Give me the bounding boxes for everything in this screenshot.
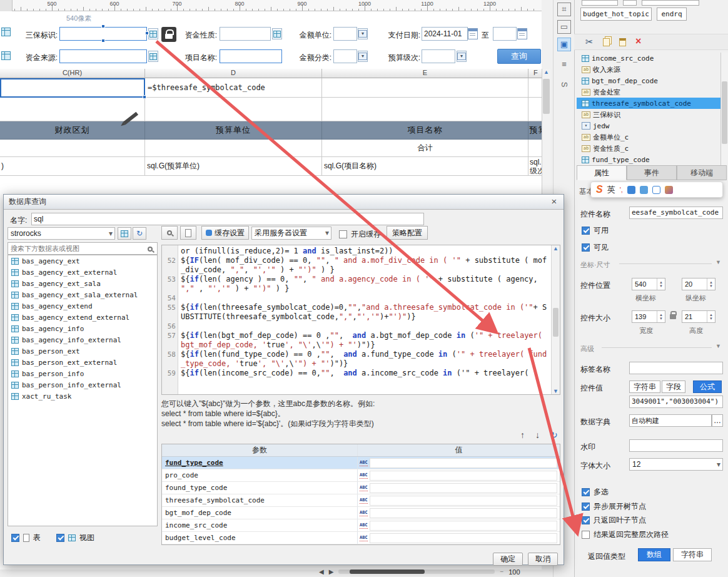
ime-toolbar[interactable]: S 英 ', [590, 181, 723, 198]
column-header[interactable]: E [322, 69, 528, 78]
delete-icon[interactable]: × [635, 36, 641, 47]
enable-cache-checkbox-row[interactable]: 开启缓存 [339, 229, 381, 240]
data-dict-input[interactable]: 自动构建 [629, 414, 712, 427]
param-value-cell[interactable]: ABC [358, 457, 560, 469]
grid-panel-icon[interactable] [652, 186, 660, 194]
ok-button[interactable]: 确定 [493, 553, 523, 566]
close-icon[interactable]: × [549, 196, 560, 207]
sql-line[interactable]: 57${if(len(bgt_mof_dep_code) == 0 ,"", a… [178, 331, 551, 350]
keyboard-icon[interactable] [640, 186, 648, 194]
height-spinner[interactable]: 21▲▼ [682, 310, 715, 323]
sql-line[interactable]: 55${if(len(threesafe_symbolcat_code)=0,"… [178, 303, 551, 322]
checkbox-checked-icon[interactable] [582, 488, 590, 496]
widget-value-input[interactable]: 3049001","003003004") [629, 396, 723, 408]
cell[interactable] [0, 98, 145, 121]
cut-icon[interactable]: ✂ [585, 36, 594, 48]
param-value-input[interactable] [370, 483, 557, 493]
query-button[interactable]: 查询 [497, 49, 541, 64]
field-list-item[interactable]: fund_type_code [577, 154, 720, 165]
data-cell[interactable]: sql.G(预算单位) [145, 157, 322, 176]
tab-events[interactable]: 事件 [627, 165, 677, 180]
sogou-logo-icon[interactable]: S [596, 184, 603, 195]
sql-line[interactable]: or (ifnull(is_reduce,2)= 1 and is_last_i… [178, 247, 551, 256]
format-sql-icon[interactable] [180, 226, 196, 240]
field-list-item[interactable]: income_src_code [577, 53, 720, 64]
tag-name-input[interactable] [629, 362, 723, 374]
dict-more-button[interactable]: … [712, 414, 723, 427]
param-name[interactable]: threesafe_symbolcat_code [162, 494, 358, 506]
calendar-icon[interactable] [517, 28, 527, 39]
copy-icon[interactable] [603, 38, 610, 48]
toolbox-icon[interactable] [665, 186, 673, 194]
cell[interactable] [528, 98, 542, 121]
tab-mobile[interactable]: 移动端 [677, 165, 727, 180]
edit-connection-icon[interactable] [118, 227, 131, 240]
param-name[interactable]: budget_level_code [162, 532, 358, 544]
visible-checkbox-row[interactable]: 可见 [582, 242, 609, 253]
spinner-arrows-icon[interactable]: ▲▼ [707, 278, 715, 290]
amount-unit-input[interactable] [333, 27, 357, 41]
cancel-button[interactable]: 取消 [528, 553, 558, 566]
project-name-input[interactable] [220, 49, 282, 63]
param-value-cell[interactable]: ABC [358, 469, 560, 481]
param-value-input[interactable] [370, 533, 557, 543]
hscroll-thumb[interactable] [350, 569, 425, 574]
connection-select[interactable]: strorocks [8, 227, 115, 240]
cell-selection-handle[interactable] [143, 95, 146, 99]
table-list-item[interactable]: bas_agency_ext_sala_external [8, 289, 157, 300]
hscroll-track[interactable] [338, 569, 495, 574]
ime-punct[interactable]: ', [620, 186, 623, 193]
table-list-item[interactable]: bas_agency_ext_sala [8, 278, 157, 289]
tab-properties[interactable]: 属性 [577, 165, 627, 180]
preview-tool-icon[interactable]: ⌗ [557, 3, 571, 16]
param-move-down-icon[interactable]: ↓ [535, 430, 540, 440]
combo-picker-icon[interactable]: ▾ [358, 28, 368, 39]
scrollbar-thumb[interactable] [722, 81, 727, 144]
scroll-down-icon[interactable]: ▼ [552, 388, 560, 394]
param-row[interactable]: threesafe_symbolcat_code ABC [162, 494, 560, 507]
tree-picker-icon[interactable] [148, 28, 158, 39]
scroll-right-icon[interactable]: ▶ [329, 568, 334, 575]
field-list-item[interactable]: ab资金性质_c [577, 143, 720, 154]
ime-language[interactable]: 英 [607, 184, 615, 195]
table-list-item[interactable]: bas_person_ext [8, 345, 157, 357]
pos-y-spinner[interactable]: 20▲▼ [682, 278, 715, 290]
curve-tool-icon[interactable]: S [557, 78, 571, 91]
sql-line[interactable]: 52${IF(len( mof_div_code) == 0, "", " an… [178, 256, 551, 275]
table-search-input[interactable] [8, 242, 158, 255]
table-list-item[interactable]: bas_person_info_external [8, 379, 157, 391]
data-cell[interactable]: sql.G(项目名称) [322, 157, 528, 176]
header-cell[interactable]: 项目名称 [322, 121, 528, 140]
policy-config-button[interactable]: 策略配置 [387, 226, 428, 240]
table-list-item[interactable]: bas_agency_info_external [8, 334, 157, 345]
value-type-string-button[interactable]: 字符串 [629, 380, 660, 393]
column-header[interactable]: F [528, 69, 542, 78]
selection-handle[interactable] [101, 24, 105, 28]
checkbox-checked-icon[interactable] [582, 503, 590, 511]
enabled-checkbox-row[interactable]: 可用 [582, 225, 609, 236]
sql-line[interactable]: 59${if(len(income_src_code) == 0,"", and… [178, 369, 551, 378]
budget-level-input[interactable] [422, 49, 455, 63]
return-type-array-button[interactable]: 数组 [638, 548, 670, 561]
sql-code[interactable]: or (ifnull(is_reduce,2)= 1 and is_last_i… [162, 245, 551, 394]
zoom-minus-icon[interactable]: − [500, 568, 503, 575]
query-name-input[interactable]: sql [31, 213, 424, 225]
param-name[interactable]: pro_code [162, 469, 358, 481]
dataset-tab-budget-hot-topic[interactable]: budget_hot_topic [580, 8, 652, 21]
cell[interactable] [322, 78, 528, 98]
partial-button[interactable] [582, 0, 618, 6]
param-value-cell[interactable]: ABC [358, 532, 560, 544]
param-row[interactable]: budget_level_code ABC [162, 532, 560, 544]
selection-handle[interactable] [101, 39, 105, 43]
chevron-down-icon[interactable]: ▼ [715, 343, 721, 349]
total-cell[interactable]: 合计 [322, 140, 528, 157]
column-header[interactable]: D [145, 69, 322, 78]
fund-nature-input[interactable] [220, 27, 271, 41]
spinner-arrows-icon[interactable]: ▲▼ [657, 278, 665, 290]
table-list-item[interactable]: bas_agency_info [8, 323, 157, 334]
aspect-lock-icon[interactable] [670, 314, 676, 319]
tree-picker-icon[interactable] [272, 28, 282, 39]
data-cell[interactable]: ) [0, 157, 145, 176]
fund-source-input[interactable] [59, 49, 147, 63]
watermark-input[interactable] [629, 439, 723, 452]
